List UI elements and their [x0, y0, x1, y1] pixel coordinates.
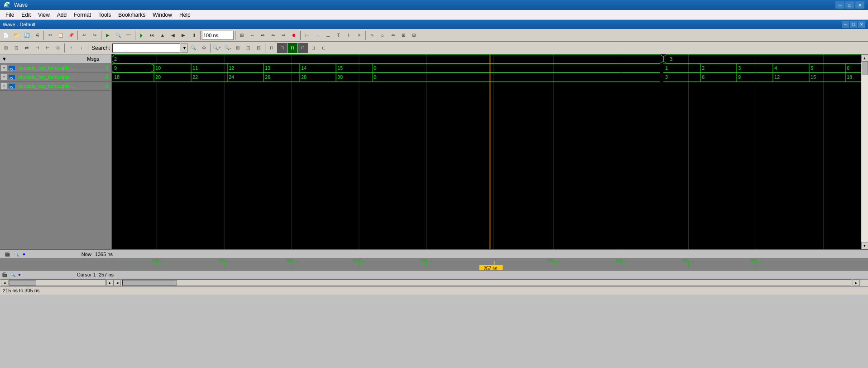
window-maximize-button[interactable]: □: [850, 21, 857, 28]
window-close-button[interactable]: ✕: [858, 21, 865, 28]
scroll-track[interactable]: [862, 62, 868, 242]
measure-tool[interactable]: ⊟: [409, 30, 419, 40]
delete-btn[interactable]: ⊖: [53, 43, 63, 53]
scroll-down-button[interactable]: ▼: [861, 242, 868, 249]
wave-shape-5[interactable]: ⊐: [308, 43, 318, 53]
menu-bookmarks[interactable]: Bookmarks: [115, 10, 149, 19]
step-button[interactable]: ⏭: [147, 30, 157, 40]
open-button[interactable]: 📂: [11, 30, 21, 40]
back-button[interactable]: ◀: [168, 30, 178, 40]
menu-tools[interactable]: Tools: [95, 10, 115, 19]
zoom-select-btn[interactable]: ⊟: [254, 43, 264, 53]
comment-btn[interactable]: ⊢: [43, 43, 53, 53]
divider-btn[interactable]: ⊣: [32, 43, 42, 53]
page-left-button[interactable]: ⇐: [268, 30, 278, 40]
now-value: 1365 ns: [95, 252, 113, 257]
redo-button[interactable]: ↪: [90, 30, 100, 40]
search-dropdown-btn[interactable]: ▼: [181, 44, 188, 53]
menu-help[interactable]: Help: [176, 10, 194, 19]
hscroll-main-track[interactable]: [122, 280, 851, 286]
scroll-thumb[interactable]: [862, 62, 868, 75]
svg-text:0: 0: [374, 74, 376, 80]
wave-group-btn[interactable]: ⊡: [11, 43, 21, 53]
wave-shape-1[interactable]: ⊓: [267, 43, 277, 53]
minimize-button[interactable]: ─: [835, 1, 844, 9]
signal-row-P[interactable]: + xy /mutiple_top_tb/mutiple_top/P 0: [0, 82, 111, 91]
new-button[interactable]: 📄: [1, 30, 11, 40]
hscroll-right-btn-left[interactable]: ►: [106, 280, 114, 286]
sim-button[interactable]: ⏵: [137, 30, 147, 40]
fwd-button[interactable]: ▶: [178, 30, 188, 40]
search-go-btn[interactable]: 🔍: [188, 43, 198, 53]
signal-row-x[interactable]: + xy /mutiple_top_tb/mutiple_top/x 3: [0, 63, 111, 73]
find-button[interactable]: 🔍: [113, 30, 123, 40]
wave-tool5[interactable]: ⊦: [344, 30, 354, 40]
print-button[interactable]: 🖨: [32, 30, 42, 40]
zoom-out-btn[interactable]: 🔍-: [222, 43, 232, 53]
window-minimize-button[interactable]: ─: [842, 21, 849, 28]
header-dropdown-icon[interactable]: ▼: [2, 56, 7, 62]
insert-wave-btn[interactable]: ⊞: [1, 43, 11, 53]
search-options-btn[interactable]: ⚙: [199, 43, 209, 53]
wave-shape-3[interactable]: ⊓: [288, 43, 297, 53]
zoom-in-x-button[interactable]: ↔: [247, 30, 257, 40]
timeline-right-spacer: [861, 258, 868, 270]
menu-window[interactable]: Window: [149, 10, 176, 19]
wave-button[interactable]: 〰: [124, 30, 134, 40]
record-button[interactable]: ⏺: [289, 30, 299, 40]
menu-add[interactable]: Add: [53, 10, 70, 19]
wave-tool3[interactable]: ⊥: [323, 30, 333, 40]
wave-tool6[interactable]: ⊧: [354, 30, 364, 40]
up-button[interactable]: ▲: [158, 30, 168, 40]
reverse-btn[interactable]: ⇄: [22, 43, 32, 53]
wave-shape-2[interactable]: ⊓: [277, 43, 287, 53]
expand-tool[interactable]: ⇔: [388, 30, 398, 40]
search-input[interactable]: [112, 44, 180, 53]
menu-view[interactable]: View: [34, 10, 53, 19]
menu-file[interactable]: File: [2, 10, 18, 19]
paste-button[interactable]: 📌: [66, 30, 76, 40]
zoom-fit-all-btn[interactable]: ⊞: [233, 43, 243, 53]
expand-icon-x[interactable]: +: [1, 65, 7, 71]
cursor-tool[interactable]: ⇖: [367, 30, 377, 40]
cut-button[interactable]: ✂: [45, 30, 55, 40]
hscroll-left-btn[interactable]: ◄: [1, 280, 8, 286]
wave-shape-4[interactable]: ⊓: [298, 43, 308, 53]
expand-icon-P[interactable]: +: [1, 83, 7, 89]
signal-up-btn[interactable]: ↑: [66, 43, 76, 53]
hscroll-main-thumb[interactable]: [123, 280, 177, 286]
page-right-button[interactable]: ⇒: [278, 30, 288, 40]
zoom-tool[interactable]: ⌕: [378, 30, 388, 40]
snap-tool[interactable]: ⊞: [398, 30, 408, 40]
menu-format[interactable]: Format: [70, 10, 95, 19]
break-button[interactable]: ⏸: [189, 30, 199, 40]
wave-tool1[interactable]: ⊢: [302, 30, 312, 40]
wave-shape-6[interactable]: ⊏: [319, 43, 329, 53]
menu-edit[interactable]: Edit: [18, 10, 34, 19]
undo-button[interactable]: ↩: [79, 30, 89, 40]
waveform-display[interactable]: 2 3 9 10 11 12 13 14 15 0: [112, 54, 861, 249]
signal-down-btn[interactable]: ↓: [77, 43, 86, 53]
separator-t2-4: [265, 44, 265, 53]
svg-text:xy: xy: [10, 67, 13, 71]
zoom-out-x-button[interactable]: ⇔: [258, 30, 268, 40]
time-input[interactable]: [202, 31, 234, 40]
wave-tool4[interactable]: ⊤: [333, 30, 343, 40]
hscroll-main-left-btn[interactable]: ◄: [114, 280, 121, 286]
scroll-up-button[interactable]: ▲: [861, 54, 868, 62]
wave-tool2[interactable]: ⊣: [312, 30, 322, 40]
close-button[interactable]: ✕: [855, 1, 864, 9]
run-button[interactable]: ▶: [103, 30, 113, 40]
hscroll-main-right-btn[interactable]: ►: [853, 280, 860, 286]
hscroll-track-left[interactable]: [9, 280, 106, 286]
timeline-area[interactable]: 220 ns 230 ns 240 ns 250 ns 260 ns 257 n…: [0, 258, 868, 271]
zoom-in-btn[interactable]: 🔍+: [212, 43, 222, 53]
zoom-fit-button[interactable]: ⊞: [237, 30, 247, 40]
expand-icon-y[interactable]: +: [1, 74, 7, 80]
maximize-button[interactable]: □: [845, 1, 854, 9]
zoom-custom-btn[interactable]: ⊡: [243, 43, 253, 53]
hscroll-thumb-left[interactable]: [9, 280, 36, 286]
copy-button[interactable]: 📋: [56, 30, 66, 40]
signal-row-y[interactable]: + xy /mutiple_top_tb/mutiple_top/y 0: [0, 73, 111, 82]
refresh-button[interactable]: 🔄: [22, 30, 32, 40]
